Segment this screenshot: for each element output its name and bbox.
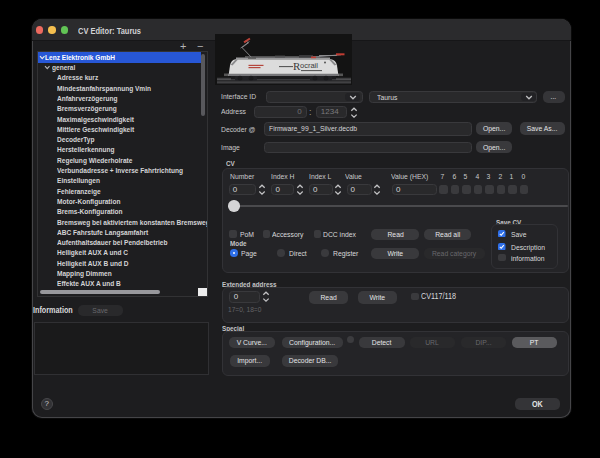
svg-text:ocrail: ocrail (300, 61, 318, 70)
